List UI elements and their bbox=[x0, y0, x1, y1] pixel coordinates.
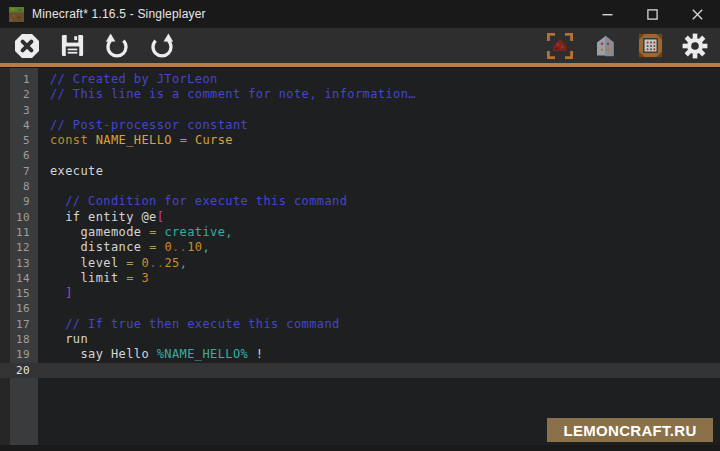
line-number: 17 bbox=[0, 317, 38, 332]
code-token-constant: Curse bbox=[195, 133, 233, 147]
code-lines: 1// Created by JTorLeon2// This line is … bbox=[0, 72, 720, 378]
code-line-4[interactable]: 4// Post-processor constant bbox=[0, 118, 720, 133]
line-content bbox=[38, 363, 720, 378]
line-content: run bbox=[38, 332, 720, 347]
line-number: 16 bbox=[0, 301, 38, 316]
code-line-11[interactable]: 11 gamemode = creative, bbox=[0, 225, 720, 240]
code-line-5[interactable]: 5const NAME_HELLO = Curse bbox=[0, 133, 720, 148]
close-octagon-icon[interactable] bbox=[12, 31, 42, 61]
code-token-bracket: ] bbox=[65, 286, 73, 300]
code-line-6[interactable]: 6 bbox=[0, 148, 720, 163]
minecraft-grass-block-icon bbox=[9, 7, 24, 22]
line-content bbox=[38, 179, 720, 194]
code-line-13[interactable]: 13 level = 0..25, bbox=[0, 256, 720, 271]
code-token-default: gamemode bbox=[50, 225, 149, 239]
code-line-20[interactable]: 20 bbox=[0, 363, 720, 378]
undo-icon[interactable] bbox=[102, 31, 132, 61]
line-content: // Condition for execute this command bbox=[38, 194, 720, 209]
line-content: gamemode = creative, bbox=[38, 225, 720, 240]
code-token-default: ! bbox=[248, 347, 263, 361]
code-token-operator: = bbox=[126, 256, 141, 270]
line-number: 15 bbox=[0, 286, 38, 301]
code-line-19[interactable]: 19 say Hello %NAME_HELLO% ! bbox=[0, 347, 720, 362]
code-line-16[interactable]: 16 bbox=[0, 301, 720, 316]
toolbar-left-group bbox=[12, 31, 177, 61]
maximize-button[interactable] bbox=[630, 0, 675, 28]
code-line-9[interactable]: 9 // Condition for execute this command bbox=[0, 194, 720, 209]
code-token-value: , bbox=[180, 256, 188, 270]
code-token-dots: .. bbox=[172, 240, 187, 254]
line-number: 5 bbox=[0, 133, 38, 148]
code-token-value: %NAME_HELLO% bbox=[157, 347, 249, 361]
code-line-14[interactable]: 14 limit = 3 bbox=[0, 271, 720, 286]
code-token-comment: // If true then execute this command bbox=[50, 317, 340, 331]
line-content: level = 0..25, bbox=[38, 256, 720, 271]
line-content: distance = 0..10, bbox=[38, 240, 720, 255]
line-content bbox=[38, 148, 720, 163]
toolbar-right-group bbox=[545, 31, 710, 61]
code-token-number: 10 bbox=[187, 240, 202, 254]
toolbar bbox=[0, 28, 720, 63]
line-content bbox=[38, 103, 720, 118]
line-number: 2 bbox=[0, 87, 38, 102]
code-token-default bbox=[187, 133, 195, 147]
code-line-8[interactable]: 8 bbox=[0, 179, 720, 194]
code-token-number: 0 bbox=[164, 240, 172, 254]
save-floppy-icon[interactable] bbox=[57, 31, 87, 61]
code-token-value: creative, bbox=[164, 225, 233, 239]
code-token-comment: // Created by JTorLeon bbox=[50, 72, 218, 86]
code-token-dots: .. bbox=[149, 256, 164, 270]
code-token-default: level bbox=[50, 256, 126, 270]
line-content: execute bbox=[38, 164, 720, 179]
settings-gear-icon[interactable] bbox=[680, 31, 710, 61]
line-content: limit = 3 bbox=[38, 271, 720, 286]
code-token-value: , bbox=[203, 240, 211, 254]
code-token-default: say Hello bbox=[50, 347, 157, 361]
code-token-bracket: [ bbox=[157, 210, 165, 224]
code-token-default: distance bbox=[50, 240, 149, 254]
item-frame-icon[interactable] bbox=[635, 31, 665, 61]
line-content: // Post-processor constant bbox=[38, 118, 720, 133]
code-token-default: run bbox=[50, 332, 88, 346]
code-line-18[interactable]: 18 run bbox=[0, 332, 720, 347]
code-token-comment: // Condition for execute this command bbox=[50, 194, 347, 208]
line-number: 9 bbox=[0, 194, 38, 209]
code-line-17[interactable]: 17 // If true then execute this command bbox=[0, 317, 720, 332]
code-line-15[interactable]: 15 ] bbox=[0, 286, 720, 301]
code-line-12[interactable]: 12 distance = 0..10, bbox=[0, 240, 720, 255]
armor-head-icon[interactable] bbox=[590, 31, 620, 61]
line-content: // Created by JTorLeon bbox=[38, 72, 720, 87]
code-token-comment: // Post-processor constant bbox=[50, 118, 248, 132]
title-bar: Minecraft* 1.16.5 - Singleplayer bbox=[0, 0, 720, 28]
line-number: 14 bbox=[0, 271, 38, 286]
line-number: 13 bbox=[0, 256, 38, 271]
redo-icon[interactable] bbox=[147, 31, 177, 61]
line-number: 20 bbox=[0, 363, 38, 378]
code-token-number: 0 bbox=[142, 256, 150, 270]
code-token-keyword: const bbox=[50, 133, 96, 147]
window-title: Minecraft* 1.16.5 - Singleplayer bbox=[32, 7, 585, 21]
code-token-default: if entity @e bbox=[50, 210, 157, 224]
code-token-number: 25 bbox=[164, 256, 179, 270]
code-token-number: 3 bbox=[142, 271, 150, 285]
line-number: 6 bbox=[0, 148, 38, 163]
code-token-default bbox=[172, 133, 180, 147]
code-line-1[interactable]: 1// Created by JTorLeon bbox=[0, 72, 720, 87]
line-number: 4 bbox=[0, 118, 38, 133]
line-content: // If true then execute this command bbox=[38, 317, 720, 332]
code-line-3[interactable]: 3 bbox=[0, 103, 720, 118]
line-number: 1 bbox=[0, 72, 38, 87]
code-token-operator: = bbox=[149, 240, 164, 254]
code-line-10[interactable]: 10 if entity @e[ bbox=[0, 210, 720, 225]
code-token-default bbox=[50, 286, 65, 300]
code-line-7[interactable]: 7execute bbox=[0, 164, 720, 179]
line-number: 12 bbox=[0, 240, 38, 255]
code-line-2[interactable]: 2// This line is a comment for note, inf… bbox=[0, 87, 720, 102]
line-content: say Hello %NAME_HELLO% ! bbox=[38, 347, 720, 362]
minimize-button[interactable] bbox=[585, 0, 630, 28]
redstone-select-icon[interactable] bbox=[545, 31, 575, 61]
line-number: 8 bbox=[0, 179, 38, 194]
close-button[interactable] bbox=[675, 0, 720, 28]
code-editor[interactable]: 1// Created by JTorLeon2// This line is … bbox=[0, 68, 720, 445]
code-token-default: limit bbox=[50, 271, 126, 285]
